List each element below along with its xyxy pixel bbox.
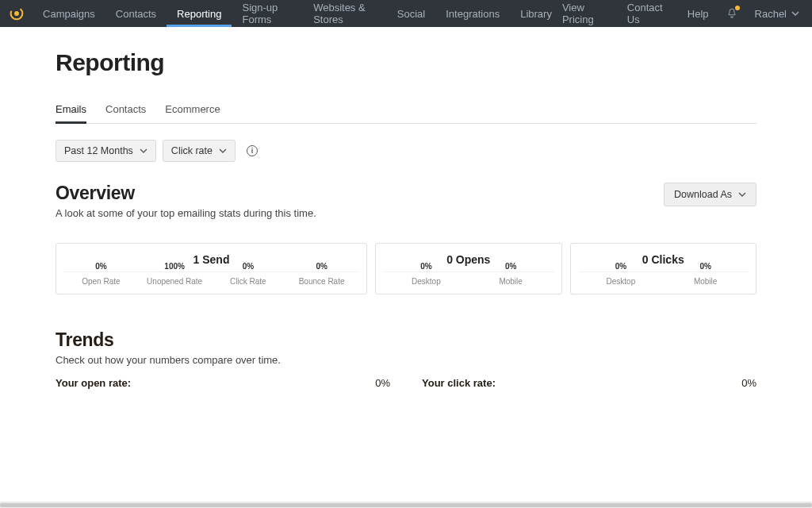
nav-websites-stores[interactable]: Websites & Stores <box>303 0 387 27</box>
overview-subheading: A look at some of your top emailing stat… <box>56 207 316 219</box>
overview-heading: Overview <box>56 183 316 204</box>
bar-value-label: 0% <box>95 262 106 271</box>
nav-campaigns[interactable]: Campaigns <box>33 0 105 27</box>
bar-value-label: 0% <box>699 262 710 271</box>
open-rate-label: Your open rate: <box>56 377 131 389</box>
click-rate-value: 0% <box>741 377 756 389</box>
card-title: 1 Send <box>64 253 358 266</box>
x-axis-label: Mobile <box>469 277 553 286</box>
metric-label: Click rate <box>171 145 213 156</box>
nav-sign-up-forms[interactable]: Sign-up Forms <box>232 0 303 27</box>
bar-value-label: 0% <box>615 262 626 271</box>
click-rate-label: Your click rate: <box>422 377 496 389</box>
overview-card-1: 0 Opens0%0%DesktopMobile <box>375 243 562 294</box>
horizontal-scrollbar[interactable] <box>0 502 812 508</box>
subtab-emails[interactable]: Emails <box>56 95 86 123</box>
user-name: Rachel <box>755 8 787 20</box>
bar-value-label: 0% <box>316 262 327 271</box>
x-axis-label: Mobile <box>663 277 748 286</box>
x-axis-label: Desktop <box>579 277 664 286</box>
x-axis-label: Open Rate <box>64 277 138 286</box>
bar-value-label: 0% <box>420 262 431 271</box>
nav-reporting[interactable]: Reporting <box>167 0 232 27</box>
notifications-icon[interactable] <box>726 7 737 20</box>
nav-social[interactable]: Social <box>387 0 435 27</box>
download-as-label: Download As <box>674 189 732 200</box>
brand-logo[interactable] <box>0 0 33 27</box>
trends-subheading: Check out how your numbers compare over … <box>56 354 756 366</box>
click-rate-row: Your click rate: 0% <box>422 377 756 389</box>
date-range-label: Past 12 Months <box>64 145 133 156</box>
subtab-ecommerce[interactable]: Ecommerce <box>165 95 220 123</box>
user-menu[interactable]: Rachel <box>755 8 799 20</box>
chevron-down-icon <box>140 147 147 155</box>
subtab-contacts[interactable]: Contacts <box>105 95 146 123</box>
bar-value-label: 100% <box>164 262 185 271</box>
download-as-button[interactable]: Download As <box>664 183 756 206</box>
nav-help[interactable]: Help <box>688 8 709 20</box>
open-rate-value: 0% <box>375 377 390 389</box>
subtabs: EmailsContactsEcommerce <box>56 95 756 124</box>
nav-library[interactable]: Library <box>510 0 562 27</box>
bar-value-label: 0% <box>505 262 516 271</box>
card-title: 0 Opens <box>384 253 553 266</box>
metric-dropdown[interactable]: Click rate <box>163 140 236 162</box>
open-rate-row: Your open rate: 0% <box>56 377 390 389</box>
x-axis-label: Bounce Rate <box>285 277 358 286</box>
page-scroll[interactable]: Reporting EmailsContactsEcommerce Past 1… <box>0 27 812 508</box>
chevron-down-icon <box>219 147 227 155</box>
x-axis-label: Unopened Rate <box>138 277 212 286</box>
x-axis-label: Desktop <box>384 277 469 286</box>
overview-card-0: 1 Send0%100%0%0%Open RateUnopened RateCl… <box>56 243 367 294</box>
notification-dot <box>735 6 740 10</box>
date-range-dropdown[interactable]: Past 12 Months <box>56 140 156 162</box>
nav-view-pricing[interactable]: View Pricing <box>562 2 610 25</box>
page-title: Reporting <box>56 49 756 76</box>
chevron-down-icon <box>738 190 746 198</box>
nav-integrations[interactable]: Integrations <box>435 0 510 27</box>
svg-point-1 <box>14 11 19 16</box>
card-title: 0 Clicks <box>579 253 749 266</box>
nav-contacts[interactable]: Contacts <box>105 0 167 27</box>
x-axis-label: Click Rate <box>212 277 285 286</box>
info-icon[interactable]: i <box>247 145 258 156</box>
chevron-down-icon <box>791 10 799 17</box>
top-nav: CampaignsContactsReportingSign-up FormsW… <box>0 0 812 27</box>
overview-card-2: 0 Clicks0%0%DesktopMobile <box>570 243 757 294</box>
nav-contact-us[interactable]: Contact Us <box>627 2 670 25</box>
bar-value-label: 0% <box>243 262 254 271</box>
trends-heading: Trends <box>56 329 756 351</box>
